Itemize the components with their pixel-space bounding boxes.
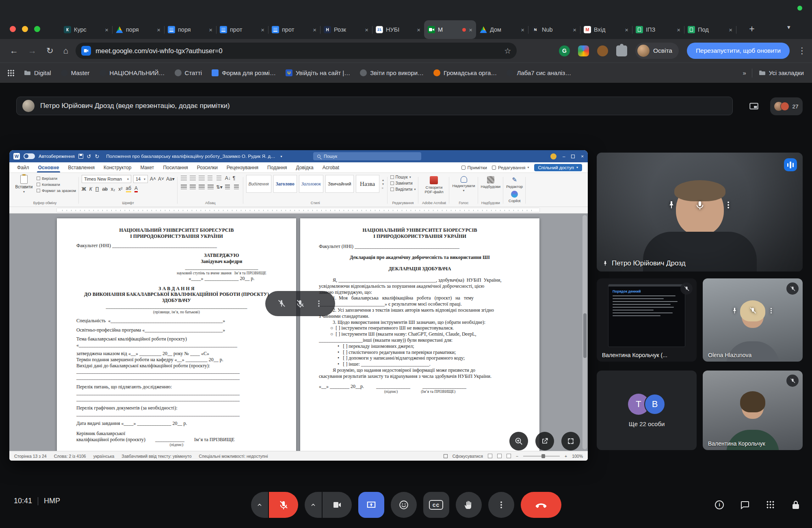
browser-menu-icon[interactable]: ⋮ <box>798 46 806 56</box>
tab-close-icon[interactable]: × <box>625 26 628 33</box>
undo-icon[interactable]: ↺ <box>87 153 91 159</box>
participant-tile-presentation[interactable]: Порядок денний Валентина Корольчук (... <box>597 278 697 362</box>
tab-search-chevron-icon[interactable]: ▾ <box>787 24 790 31</box>
align-left-icon[interactable] <box>180 184 187 190</box>
word-count[interactable]: Слова: 2 із 4106 <box>54 454 86 459</box>
style-chip[interactable]: Звичайний <box>325 175 354 193</box>
ribbon-tab[interactable]: Конструктор <box>99 162 136 172</box>
borders-icon[interactable] <box>234 184 240 190</box>
format-painter-button[interactable]: Формат за зразком <box>37 188 76 193</box>
save-icon[interactable] <box>78 154 83 159</box>
participant-tile-overflow[interactable]: T B Ще 22 особи <box>597 371 697 450</box>
document-canvas[interactable]: НАЦІОНАЛЬНИЙ УНІВЕРСИТЕТ БІОРЕСУРСІВІ ПР… <box>9 213 588 451</box>
tab-close-icon[interactable]: × <box>157 26 160 33</box>
zoom-in-button[interactable]: + <box>565 454 567 459</box>
underline-button[interactable]: П <box>95 186 99 192</box>
dictate-button[interactable]: Надиктувати▾ <box>452 175 475 192</box>
vertical-scrollbar[interactable] <box>582 215 587 449</box>
print-layout-icon[interactable] <box>497 454 502 458</box>
tab-close-icon[interactable]: × <box>261 26 264 33</box>
web-layout-icon[interactable] <box>507 454 511 458</box>
bookmark-star-icon[interactable]: ☆ <box>504 46 511 56</box>
participant-tile-valentyna[interactable]: Валентина Корольчук <box>703 371 803 450</box>
shrink-font-button[interactable]: А˅ <box>158 176 164 182</box>
mic-mute-button[interactable] <box>269 492 298 518</box>
redo-icon[interactable]: ↻ <box>95 153 100 159</box>
language-indicator[interactable]: українська <box>93 454 115 459</box>
tab-close-icon[interactable]: × <box>729 26 732 33</box>
apps-grid-icon[interactable] <box>7 69 14 76</box>
bookmark-item[interactable]: Форма для розмі… <box>212 69 276 76</box>
create-pdf-button[interactable]: Створити PDF-файл <box>421 175 446 194</box>
pin-icon[interactable] <box>667 200 676 210</box>
captions-button[interactable]: cc <box>423 492 449 518</box>
align-right-icon[interactable] <box>198 184 205 190</box>
title-chevron-icon[interactable]: ▾ <box>280 155 282 158</box>
back-button[interactable]: ← <box>10 46 18 56</box>
bullet-list-icon[interactable] <box>180 175 187 181</box>
home-button[interactable]: ⌂ <box>63 46 69 56</box>
tab-close-icon[interactable]: × <box>573 26 576 33</box>
address-bar[interactable]: meet.google.com/ovi-whfo-tgx?authuser=0 … <box>76 43 517 59</box>
unpin-icon[interactable] <box>277 299 286 308</box>
editor-button[interactable]: ✎ Редактор <box>506 175 523 189</box>
ribbon-tab[interactable]: Розсилки <box>193 162 222 172</box>
browser-tab[interactable]: M × <box>424 20 476 39</box>
tab-close-icon[interactable]: × <box>677 26 680 33</box>
browser-tab[interactable]: Вхід × <box>580 20 632 39</box>
new-tab-button[interactable]: + <box>746 23 758 35</box>
cut-button[interactable]: Вирізати <box>37 176 76 181</box>
end-call-button[interactable] <box>521 492 561 518</box>
style-chip[interactable]: Назва <box>356 175 379 193</box>
mic-options-chevron[interactable] <box>251 492 268 518</box>
more-options-icon[interactable] <box>723 200 733 210</box>
superscript-button[interactable]: x² <box>119 186 123 192</box>
close-icon[interactable]: × <box>581 154 584 159</box>
bookmark-item[interactable]: Звіти про викори… <box>360 69 424 76</box>
ribbon-tab[interactable]: Acrobat <box>318 162 344 172</box>
zoom-out-button[interactable]: − <box>516 454 518 459</box>
tab-close-icon[interactable]: × <box>209 26 212 33</box>
increase-indent-icon[interactable] <box>216 175 223 181</box>
account-avatar[interactable] <box>550 153 556 159</box>
browser-tab[interactable]: Курс × <box>60 20 112 39</box>
browser-tab[interactable]: поря × <box>164 20 216 39</box>
tab-close-icon[interactable]: × <box>417 26 420 33</box>
ribbon-tab[interactable]: Файл <box>13 162 34 172</box>
chat-icon[interactable] <box>740 500 750 510</box>
bookmarks-overflow-icon[interactable]: » <box>743 69 745 76</box>
focus-button[interactable]: Сфокусуватися <box>453 454 483 459</box>
browser-tab[interactable]: Под × <box>684 20 736 39</box>
browser-tab[interactable]: Nub × <box>528 20 580 39</box>
reload-button[interactable]: ↻ <box>46 46 54 56</box>
page-indicator[interactable]: Сторінка 13 з 24 <box>14 454 47 459</box>
italic-button[interactable]: К <box>89 186 92 192</box>
minimize-window-button[interactable] <box>22 26 28 32</box>
grammarly-extension-icon[interactable] <box>559 45 570 56</box>
extension-icon[interactable] <box>597 45 608 56</box>
activities-grid-icon[interactable] <box>766 500 775 509</box>
highlight-button[interactable]: аб <box>126 185 132 192</box>
mic-off-icon[interactable] <box>749 307 757 315</box>
ribbon-tab[interactable]: Довідка <box>292 162 318 172</box>
sort-icon[interactable]: А↓ <box>225 175 231 181</box>
browser-tab[interactable]: прот × <box>268 20 320 39</box>
select-button[interactable]: Виділити▾ <box>390 187 416 192</box>
bookmark-item[interactable]: Увійдіть на сайт |… <box>286 69 350 76</box>
word-search-box[interactable]: Пошук <box>313 152 421 160</box>
all-bookmarks-button[interactable]: Усі закладки <box>759 69 804 76</box>
styles-scroll[interactable]: ▲▼≡ <box>382 179 385 190</box>
camera-options-chevron[interactable] <box>305 492 322 518</box>
predictive-text-indicator[interactable]: Завбачливий ввід тексту: увімкнуто <box>121 454 191 459</box>
ribbon-tab[interactable]: Подання <box>263 162 291 172</box>
extensions-puzzle-icon[interactable] <box>616 45 627 56</box>
tab-close-icon[interactable]: × <box>365 26 368 33</box>
restore-icon[interactable] <box>571 155 575 158</box>
bookmark-item[interactable]: Статті <box>175 69 202 76</box>
align-center-icon[interactable] <box>189 184 196 190</box>
bookmark-item[interactable]: Громадська орга… <box>433 69 497 76</box>
participant-tile-olena[interactable]: Olena Hlazunova <box>703 278 803 362</box>
font-size-select[interactable]: 14▾ <box>133 175 148 183</box>
change-case-button[interactable]: Aa▾ <box>166 176 175 182</box>
pilcrow-icon[interactable]: ¶ <box>233 175 235 181</box>
